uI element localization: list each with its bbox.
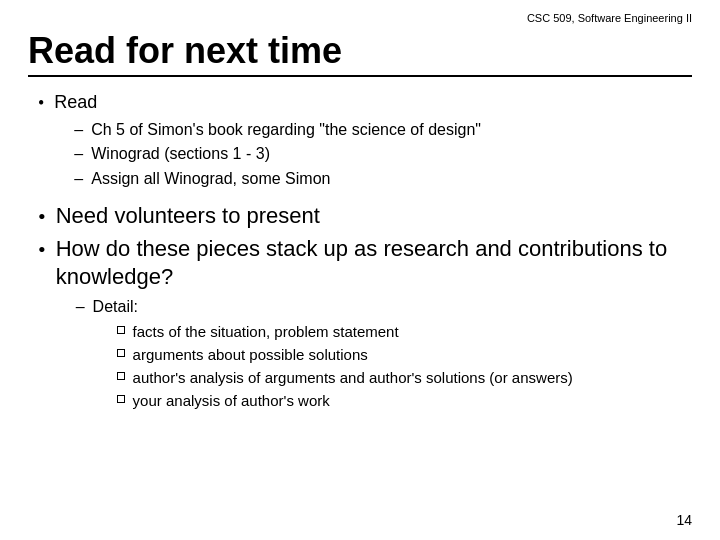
detail-item: – Detail: facts of the situation, proble… [76,296,692,413]
detail-label: Detail: [93,298,138,315]
slide-container: CSC 509, Software Engineering II Read fo… [0,0,720,540]
detail-text-2: arguments about possible solutions [133,344,368,365]
box-2 [117,349,125,357]
box-4 [117,395,125,403]
how-sub-list: – Detail: facts of the situation, proble… [56,296,692,413]
bullet-dot-read: • [38,93,44,114]
detail-text-4: your analysis of author's work [133,390,330,411]
read-sub-list: – Ch 5 of Simon's book regarding "the sc… [54,119,481,190]
header-course: CSC 509, Software Engineering II [28,12,692,24]
detail-item-2: arguments about possible solutions [117,344,573,365]
sub-text-3: Assign all Winograd, some Simon [91,168,330,190]
sub-item-2: – Winograd (sections 1 - 3) [74,143,481,165]
title-divider [28,75,692,77]
detail-item-1: facts of the situation, problem statemen… [117,321,573,342]
bullet-how: • How do these pieces stack up as resear… [38,235,692,420]
bullet-how-label: How do these pieces stack up as research… [56,236,667,290]
detail-text-1: facts of the situation, problem statemen… [133,321,399,342]
dash-2: – [74,143,83,165]
bullet-dot-how: • [38,237,46,263]
box-1 [117,326,125,334]
dash-3: – [74,168,83,190]
detail-item-4: your analysis of author's work [117,390,573,411]
detail-item-3: author's analysis of arguments and autho… [117,367,573,388]
bullet-dot-volunteers: • [38,204,46,230]
sub-item-1: – Ch 5 of Simon's book regarding "the sc… [74,119,481,141]
sub-text-2: Winograd (sections 1 - 3) [91,143,270,165]
bullet-volunteers-label: Need volunteers to present [56,202,320,231]
slide-title: Read for next time [28,30,692,71]
bullet-read-label: Read [54,92,97,112]
page-number: 14 [676,512,692,528]
dash-detail: – [76,296,85,318]
content-area: • Read – Ch 5 of Simon's book regarding … [28,91,692,419]
detail-text-3: author's analysis of arguments and autho… [133,367,573,388]
bullet-volunteers: • Need volunteers to present [38,202,692,231]
sub-item-3: – Assign all Winograd, some Simon [74,168,481,190]
detail-sub-list: facts of the situation, problem statemen… [93,321,573,411]
box-3 [117,372,125,380]
dash-1: – [74,119,83,141]
sub-text-1: Ch 5 of Simon's book regarding "the scie… [91,119,481,141]
bullet-read: • Read – Ch 5 of Simon's book regarding … [38,91,692,196]
